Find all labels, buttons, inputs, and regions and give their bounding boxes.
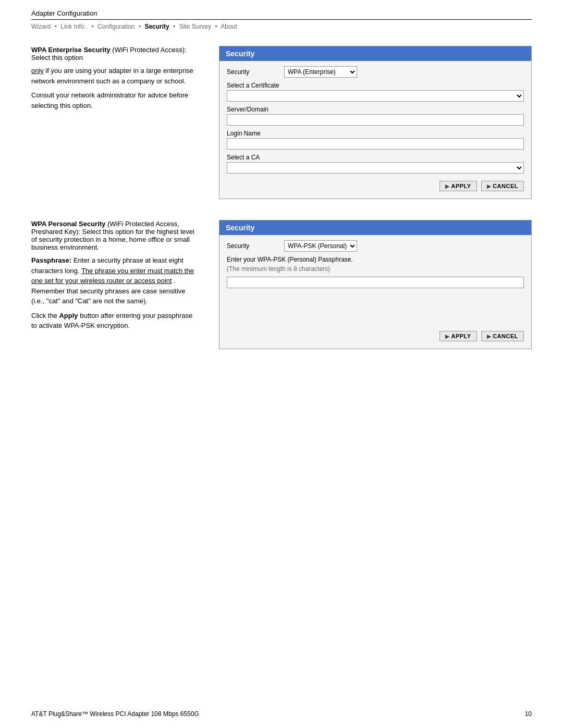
wpa-enterprise-panel: Security Security WPA (Enterprise) Selec…	[219, 46, 532, 199]
ca-group: Select a CA	[227, 154, 524, 174]
security-type-select[interactable]: WPA (Enterprise)	[284, 66, 357, 78]
personal-cancel-button[interactable]: ▶ CANCEL	[481, 331, 524, 341]
wpa-personal-body2: Click the Apply button after entering yo…	[31, 311, 198, 331]
personal-security-type-label: Security	[227, 242, 284, 250]
certificate-select[interactable]	[227, 90, 524, 102]
enterprise-button-row: ▶ APPLY ▶ CANCEL	[227, 181, 524, 191]
personal-button-row: ▶ APPLY ▶ CANCEL	[227, 331, 524, 341]
wpa-enterprise-heading: WPA Enterprise Security (WiFi Protected …	[31, 46, 198, 61]
certificate-group: Select a Certificate	[227, 82, 524, 102]
server-domain-group: Server/Domain	[227, 106, 524, 126]
personal-security-type-row: Security WPA-PSK (Personal)	[227, 240, 524, 252]
wpa-personal-heading: WPA Personal Security (WiFi Protected Ac…	[31, 220, 198, 251]
passphrase-group	[227, 277, 524, 288]
nav-about[interactable]: About	[221, 23, 237, 30]
page-title: Adapter Configuration	[31, 9, 532, 20]
nav-dot-3: •	[139, 23, 141, 30]
ca-label: Select a CA	[227, 154, 524, 161]
wpa-personal-description: WPA Personal Security (WiFi Protected Ac…	[31, 220, 198, 349]
cancel-icon: ▶	[487, 183, 492, 189]
server-domain-input[interactable]	[227, 114, 524, 126]
nav-wizard[interactable]: Wizard	[31, 23, 51, 30]
passphrase-label-bold: Passphrase:	[31, 256, 71, 264]
security-type-row: Security WPA (Enterprise)	[227, 66, 524, 78]
security-type-label: Security	[227, 68, 284, 76]
footer-right: 10	[525, 710, 532, 718]
nav-dot-1: •	[55, 23, 57, 30]
apply-icon: ▶	[445, 183, 450, 189]
security-panel-enterprise-body: Security WPA (Enterprise) Select a Certi…	[219, 61, 531, 199]
security-panel-enterprise: Security Security WPA (Enterprise) Selec…	[219, 46, 532, 199]
nav-bar: Wizard • Link Info . • Configuration • S…	[31, 23, 532, 30]
wpa-personal-panel: Security Security WPA-PSK (Personal) Ent…	[219, 220, 532, 349]
personal-apply-icon: ▶	[445, 334, 450, 339]
personal-apply-button[interactable]: ▶ APPLY	[439, 331, 477, 341]
certificate-label: Select a Certificate	[227, 82, 524, 89]
security-panel-personal-header: Security	[219, 220, 531, 235]
nav-dot-5: •	[215, 23, 217, 30]
nav-sitesurvey[interactable]: Site Survey	[179, 23, 211, 30]
wpa-enterprise-body1-underline: only	[31, 67, 44, 75]
wpa-enterprise-body2: Consult your network administrator for a…	[31, 90, 198, 110]
nav-dot-4: •	[173, 23, 175, 30]
passphrase-note: Enter your WPA-PSK (Personal) Passphrase…	[227, 256, 524, 263]
wpa-enterprise-section: WPA Enterprise Security (WiFi Protected …	[31, 46, 532, 199]
nav-configuration[interactable]: Configuration	[97, 23, 134, 30]
nav-dot-2: •	[92, 23, 94, 30]
wpa-enterprise-heading-bold: WPA Enterprise Security	[31, 46, 111, 54]
page-footer: AT&T Plug&Share™ Wireless PCI Adapter 10…	[31, 710, 532, 718]
wpa-personal-heading-bold: WPA Personal Security	[31, 220, 105, 228]
wpa-enterprise-body1: only if you are using your adapter in a …	[31, 66, 198, 86]
login-name-input[interactable]	[227, 138, 524, 150]
passphrase-sub: (The minimum length is 8 characters)	[227, 265, 524, 273]
passphrase-input[interactable]	[227, 277, 524, 288]
nav-linkinfo[interactable]: Link Info .	[60, 23, 88, 30]
enterprise-cancel-button[interactable]: ▶ CANCEL	[481, 181, 524, 191]
enterprise-apply-button[interactable]: ▶ APPLY	[439, 181, 477, 191]
wpa-personal-section: WPA Personal Security (WiFi Protected Ac…	[31, 220, 532, 349]
security-panel-personal: Security Security WPA-PSK (Personal) Ent…	[219, 220, 532, 349]
apply-bold: Apply	[59, 312, 78, 319]
nav-security[interactable]: Security	[144, 23, 169, 30]
security-panel-personal-body: Security WPA-PSK (Personal) Enter your W…	[219, 235, 531, 349]
personal-cancel-icon: ▶	[487, 334, 492, 339]
wpa-enterprise-description: WPA Enterprise Security (WiFi Protected …	[31, 46, 198, 199]
server-domain-label: Server/Domain	[227, 106, 524, 113]
ca-select[interactable]	[227, 162, 524, 174]
security-panel-enterprise-header: Security	[219, 46, 531, 61]
personal-security-type-select[interactable]: WPA-PSK (Personal)	[284, 240, 357, 252]
login-name-label: Login Name	[227, 130, 524, 137]
wpa-personal-body1: Passphrase: Enter a security phrase at l…	[31, 255, 198, 306]
login-name-group: Login Name	[227, 130, 524, 150]
footer-left: AT&T Plug&Share™ Wireless PCI Adapter 10…	[31, 710, 199, 718]
